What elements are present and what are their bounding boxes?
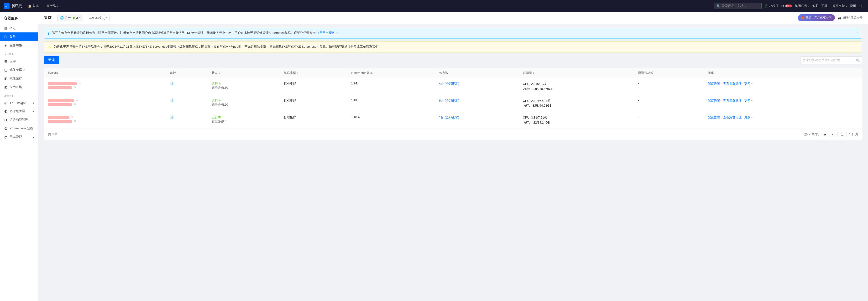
monitor-bar-icon-2[interactable]: 📊	[170, 115, 174, 119]
app-icon: ⊞	[4, 59, 8, 63]
action-more-0[interactable]: 更多 ▾	[744, 82, 752, 86]
filter-input[interactable]: 多个过滤标签用回车键分隔 🔍	[800, 56, 862, 64]
image-repo-icon: ◫	[4, 68, 8, 72]
cluster-copy-0[interactable]: ⧉	[74, 86, 76, 89]
action-more-2[interactable]: 更多 ▾	[744, 115, 752, 119]
monitor-bar-icon-1[interactable]: 📊	[170, 99, 174, 102]
cell-type-0: 标准集群	[280, 78, 347, 95]
action-cred-2[interactable]: 查看集群凭证	[723, 115, 742, 119]
layout: 容器服务 ▦ 概览 ⬡ 集群 ◈ 服务网格 应用中心 ⊞ 应用 ◫ 镜像仓库 ↗…	[0, 12, 868, 301]
cell-type-1: 标准集群	[280, 95, 347, 112]
cluster-edit-0[interactable]: ✏	[79, 82, 81, 85]
cluster-edit-1[interactable]: ✏	[76, 99, 79, 102]
sidebar-item-prometheus[interactable]: ◒ Prometheus 监控	[0, 124, 38, 133]
col-k8s: kubernetes版本	[347, 68, 435, 78]
sidebar-item-resource-mgmt[interactable]: ◐ 资源包管理 ▾	[0, 107, 38, 115]
support-btn[interactable]: 客服支持 ▾	[832, 4, 847, 8]
type-filter-icon[interactable]: ▾	[297, 72, 299, 74]
cell-name-1: ✏ ⧉	[44, 95, 166, 112]
resource-info-icon[interactable]: ℹ	[533, 71, 534, 75]
sidebar-item-service-mesh[interactable]: ◈ 服务网格	[0, 41, 38, 49]
col-tags: 腾讯云标签	[634, 68, 704, 78]
ops-mgmt-icon: ◑	[4, 118, 8, 122]
sidebar-item-app[interactable]: ⊞ 应用	[0, 57, 38, 66]
node-link-1[interactable]: 6台 (全部正常)	[439, 99, 459, 102]
cell-actions-1: 配置告警 查看集群凭证 更多 ▾	[704, 95, 862, 112]
col-actions: 操作	[704, 68, 862, 78]
sidebar-item-image-cache[interactable]: ◧ 镜像缓存	[0, 74, 38, 83]
prev-page-btn[interactable]: ‹	[830, 132, 835, 137]
search-box[interactable]: 🔍 搜索产品、文档...	[714, 3, 762, 9]
backup-btn[interactable]: 备案	[812, 4, 818, 8]
action-cred-1[interactable]: 查看集群凭证	[723, 99, 742, 102]
other-region-selector[interactable]: 其他地域(0) ▾	[87, 14, 110, 21]
region-dropdown-arrow: ▾	[79, 16, 81, 19]
action-cred-0[interactable]: 查看集群凭证	[723, 82, 742, 86]
info-icon: ℹ	[48, 31, 50, 36]
cell-k8s-2: 1.18.4	[347, 112, 435, 129]
first-page-btn[interactable]: ⏮	[821, 132, 828, 137]
warning-banner: ⚠ 为提供更严肃安全的TKE产品服务，将于2023年11月21日上线TKE/TK…	[44, 41, 862, 53]
action-alert-2[interactable]: 配置告警	[708, 115, 720, 119]
sidebar-item-app-market[interactable]: ◩ 应用市场	[0, 83, 38, 91]
sidebar-item-log-mgmt[interactable]: ◓ 日志管理 ▾	[0, 133, 38, 141]
cluster-table: 名称/ID 监控 状态 ▾ 集群类型 ▾ kubernetes版本	[44, 68, 862, 129]
ir-indicator: IR ~	[859, 4, 864, 8]
qr-button[interactable]: 📷 扫码关注公众号	[838, 16, 862, 20]
col-name: 名称/ID	[44, 68, 166, 78]
app-center-label: 应用中心	[0, 49, 38, 57]
tke-insight-expand: ▾	[33, 102, 34, 104]
info-banner: ℹ 第三方节点全新升级为注册节点，现已全面开放。注册节点支持将用户自有基础设施的…	[44, 28, 862, 39]
new-cluster-button[interactable]: 新建	[44, 56, 59, 64]
sidebar-item-cluster[interactable]: ⬡ 集群	[0, 32, 38, 41]
sidebar-item-overview[interactable]: ▦ 概览	[0, 24, 38, 32]
node-link-0[interactable]: 4台 (全部正常)	[439, 82, 459, 86]
sidebar-item-image-repo[interactable]: ◫ 镜像仓库 ↗	[0, 66, 38, 74]
sidebar-item-tke-insight[interactable]: ◎ TKE Insight ▾	[0, 99, 38, 107]
svg-text:云: 云	[5, 4, 8, 8]
action-more-1[interactable]: 更多 ▾	[744, 99, 752, 102]
cluster-edit-2[interactable]: ✏	[71, 115, 74, 119]
info-banner-link[interactable]: 注册节点概述 ↗	[316, 31, 339, 35]
page-size-select[interactable]: 20 ▾ 条/页	[804, 132, 819, 136]
cell-actions-2: 配置告警 查看集群凭证 更多 ▾	[704, 112, 862, 129]
cell-resource-2: CPU: 3.31/7.91核 内存: 4.22/14.14GB	[519, 112, 634, 129]
cell-name-0: ✏ ⧉	[44, 78, 166, 95]
cell-nodes-2: 1台 (全部正常)	[435, 112, 519, 129]
nav-products[interactable]: 云产品 ▾	[44, 3, 60, 9]
logo: 云 腾讯云	[4, 3, 22, 9]
more-arrow-0: ▾	[751, 82, 752, 85]
action-alert-1[interactable]: 配置告警	[708, 99, 720, 102]
cluster-icon: ⬡	[4, 35, 8, 39]
status-running-1: 运行中	[212, 99, 276, 103]
cluster-name-redacted-2	[48, 116, 69, 119]
status-filter-icon[interactable]: ▾	[219, 72, 220, 74]
node-link-2[interactable]: 1台 (全部正常)	[439, 115, 459, 119]
status-mgmt-1: 管理规模L50	[212, 103, 276, 107]
monitor-bar-icon-0[interactable]: 📊	[170, 81, 174, 85]
more-arrow-1: ▾	[751, 99, 752, 102]
sidebar-item-ops-mgmt[interactable]: ◑ 运维功能管理	[0, 115, 38, 124]
info-banner-close[interactable]: ✕	[857, 31, 859, 34]
message-badge: 99+	[785, 4, 792, 7]
page-header: 集群 🌐 广州 3 ▾ 其他地域(0) ▾ 🎁 云原生产品优惠专区 📷 扫码	[38, 12, 868, 24]
cluster-copy-2[interactable]: ⧉	[74, 119, 76, 123]
mini-program-btn[interactable]: 📱 小程序	[765, 4, 778, 8]
message-btn[interactable]: ✉ 99+	[781, 4, 792, 8]
service-mesh-icon: ◈	[4, 43, 8, 47]
cluster-id-redacted-1	[48, 103, 72, 106]
billing-btn[interactable]: 费用	[850, 4, 856, 8]
table-row: ✏ ⧉ 📊 运行中	[44, 112, 862, 129]
cell-monitor-1: 📊	[166, 95, 208, 112]
page-number-input[interactable]	[837, 132, 847, 137]
more-arrow-2: ▾	[751, 116, 752, 119]
tools-btn[interactable]: 工具 ▾	[821, 4, 830, 8]
status-running-0: 运行中	[212, 81, 276, 86]
action-alert-0[interactable]: 配置告警	[708, 82, 720, 86]
col-resource: 资源量 ℹ	[519, 68, 634, 78]
cluster-copy-1[interactable]: ⧉	[74, 102, 76, 106]
account-btn[interactable]: 集团账号 ▾	[795, 4, 809, 8]
nav-overview[interactable]: 🏠 总览	[26, 3, 41, 9]
promo-box[interactable]: 🎁 云原生产品优惠专区	[798, 14, 835, 21]
region-selector[interactable]: 🌐 广州 3 ▾	[57, 14, 83, 21]
